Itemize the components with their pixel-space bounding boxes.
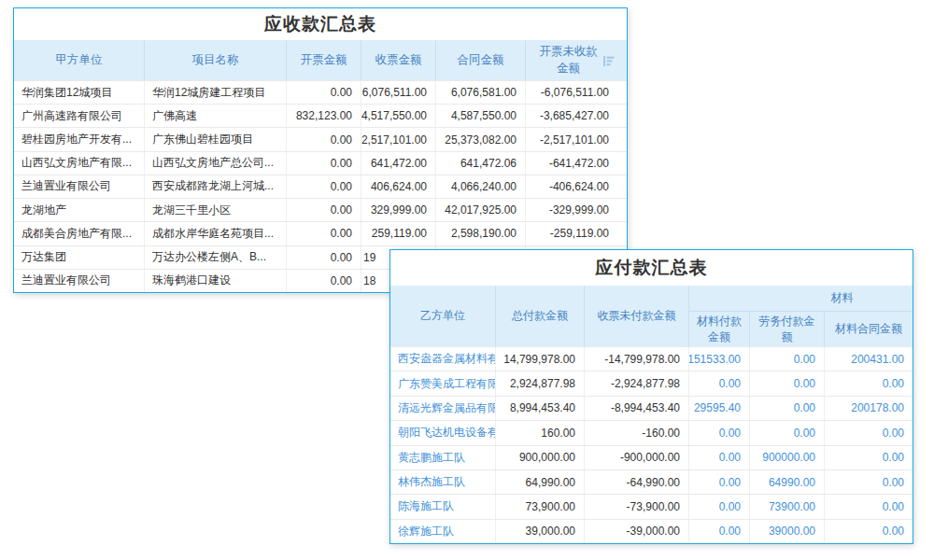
table-row[interactable]: 兰迪置业有限公司西安成都路龙湖上河城...0.00406,624.004,066…: [14, 175, 627, 198]
cell: 0.00: [825, 421, 913, 444]
cell: 4,517,550.00: [361, 105, 436, 127]
company-link[interactable]: 朝阳飞达机电设备有: [390, 421, 496, 444]
column-header-label: 收票金额: [375, 52, 422, 69]
cell: 200431.00: [825, 347, 913, 371]
cell: 万达集团: [14, 246, 145, 269]
cell: -641,472.00: [526, 152, 627, 175]
cell: 64990.00: [750, 470, 825, 494]
company-link[interactable]: 黄志鹏施工队: [390, 446, 496, 469]
table-row[interactable]: 陈海施工队73,900.00-73,900.000.0073900.000.00: [390, 494, 913, 518]
table-row[interactable]: 成都美合房地产有限...成都水岸华庭名苑项目...0.00259,119.002…: [14, 221, 627, 245]
column-header-label: 材料合同金额: [835, 321, 902, 337]
cell: 73900.00: [750, 495, 825, 518]
cell: 龙湖三千里小区: [145, 199, 287, 221]
cell: 641,472.00: [361, 152, 436, 175]
table-row[interactable]: 徐辉施工队39,000.00-39,000.000.0039000.000.00: [390, 519, 913, 543]
cell: 406,624.00: [361, 175, 436, 198]
table-row[interactable]: 碧桂园房地产开发有...广东佛山碧桂园项目0.002,517,101.0025,…: [14, 127, 627, 150]
cell: -73,900.00: [585, 495, 689, 518]
table-row[interactable]: 黄志鹏施工队900,000.00-900,000.000.00900000.00…: [390, 445, 913, 469]
company-link[interactable]: 西安盎器金属材料有: [390, 347, 496, 371]
payable-group-subheaders: 材料付款金额劳务付款金额材料合同金额: [689, 312, 913, 346]
payable-subcolumn-header-1: 劳务付款金额: [750, 312, 825, 346]
payable-material-group: 材料材料付款金额劳务付款金额材料合同金额: [689, 286, 913, 346]
cell: 42,017,925.00: [436, 199, 526, 221]
cell: 万达办公楼左侧A、B...: [145, 246, 287, 269]
cell: 900000.00: [750, 446, 825, 469]
cell: 0.00: [825, 495, 913, 518]
table-row[interactable]: 广东赞美成工程有限2,924,877.98-2,924,877.980.000.…: [390, 371, 913, 395]
payable-table-header: 乙方单位总付款金额收票未付款金额材料材料付款金额劳务付款金额材料合同金额: [390, 286, 913, 346]
column-header-label: 收票未付款金额: [598, 308, 676, 324]
cell: 0.00: [825, 520, 913, 543]
column-header-label: 开票金额: [301, 52, 347, 69]
cell: 西安成都路龙湖上河城...: [145, 175, 287, 198]
table-row[interactable]: 西安盎器金属材料有14,799,978.00-14,799,978.001515…: [390, 346, 913, 371]
cell: 832,123.00: [287, 105, 361, 127]
cell: 0.00: [287, 222, 361, 245]
cell: 200178.00: [825, 397, 913, 420]
cell: 73,900.00: [496, 495, 585, 518]
cell: 160.00: [496, 421, 585, 444]
company-link[interactable]: 陈海施工队: [390, 495, 496, 518]
cell: 39000.00: [750, 520, 825, 543]
cell: 0.00: [287, 128, 361, 150]
cell: 0.00: [287, 81, 361, 104]
cell: 2,598,190.00: [436, 222, 526, 245]
cell: 4,066,240.00: [436, 175, 526, 198]
cell: 0.00: [287, 199, 361, 221]
company-link[interactable]: 林伟杰施工队: [390, 470, 496, 494]
company-link[interactable]: 广东赞美成工程有限: [390, 371, 496, 395]
cell: 0.00: [750, 371, 825, 395]
payable-summary-table: 应付款汇总表 乙方单位总付款金额收票未付款金额材料材料付款金额劳务付款金额材料合…: [389, 249, 913, 544]
payable-column-header-2: 收票未付款金额: [585, 286, 689, 346]
cell: 0.00: [689, 495, 750, 518]
table-row[interactable]: 山西弘文房地产有限...山西弘文房地产总公司...0.00641,472.006…: [14, 151, 627, 175]
cell: -6,076,511.00: [526, 81, 627, 104]
table-row[interactable]: 龙湖地产龙湖三千里小区0.00329,999.0042,017,925.00-3…: [14, 198, 627, 221]
table-row[interactable]: 华润集团12城项目华润12城房建工程项目0.006,076,511.006,07…: [14, 80, 627, 104]
cell: 6,076,511.00: [361, 81, 436, 104]
cell: 0.00: [287, 270, 361, 292]
cell: -39,000.00: [585, 520, 689, 543]
column-header-label: 劳务付款金额: [757, 314, 816, 345]
cell: 华润集团12城项目: [14, 81, 145, 104]
cell: 0.00: [750, 347, 825, 371]
cell: -406,624.00: [526, 175, 627, 198]
payable-column-header-0: 乙方单位: [390, 286, 496, 346]
column-header-label: 项目名称: [192, 52, 239, 69]
cell: -160.00: [585, 421, 689, 444]
payable-table-title: 应付款汇总表: [390, 250, 913, 286]
column-header-label: 材料付款金额: [693, 314, 745, 345]
table-row[interactable]: 广州高速路有限公司广佛高速832,123.004,517,550.004,587…: [14, 104, 627, 127]
column-header-label: 合同金额: [458, 52, 504, 69]
cell: 华润12城房建工程项目: [145, 81, 287, 104]
company-link[interactable]: 清远光辉金属品有限: [390, 397, 496, 420]
table-row[interactable]: 林伟杰施工队64,990.00-64,990.000.0064990.000.0…: [390, 469, 913, 494]
cell: 151533.00: [689, 347, 750, 371]
table-row[interactable]: 清远光辉金属品有限8,994,453.40-8,994,453.4029595.…: [390, 396, 913, 420]
sort-icon[interactable]: [602, 56, 615, 66]
payable-group-header-material: 材料: [689, 286, 913, 312]
receivable-column-header-5[interactable]: 开票未收款金额: [526, 40, 627, 80]
cell: 广州高速路有限公司: [14, 105, 145, 127]
cell: 0.00: [689, 446, 750, 469]
cell: 0.00: [689, 470, 750, 494]
cell: 珠海鹤港口建设: [145, 270, 287, 292]
column-header-label: 乙方单位: [420, 308, 465, 324]
cell: -8,994,453.40: [585, 397, 689, 420]
receivable-column-header-2: 开票金额: [287, 40, 361, 80]
cell: 0.00: [750, 421, 825, 444]
table-row[interactable]: 朝阳飞达机电设备有160.00-160.000.000.000.00: [390, 420, 913, 444]
cell: -259,119.00: [526, 222, 627, 245]
cell: 0.00: [825, 446, 913, 469]
cell: 259,119.00: [361, 222, 436, 245]
receivable-table-title: 应收款汇总表: [14, 8, 627, 40]
company-link[interactable]: 徐辉施工队: [390, 520, 496, 543]
cell: 64,990.00: [496, 470, 585, 494]
cell: 广佛高速: [145, 105, 287, 127]
cell: -2,924,877.98: [585, 371, 689, 395]
cell: 29595.40: [689, 397, 750, 420]
cell: 成都美合房地产有限...: [14, 222, 145, 245]
receivable-column-header-4: 合同金额: [436, 40, 526, 80]
